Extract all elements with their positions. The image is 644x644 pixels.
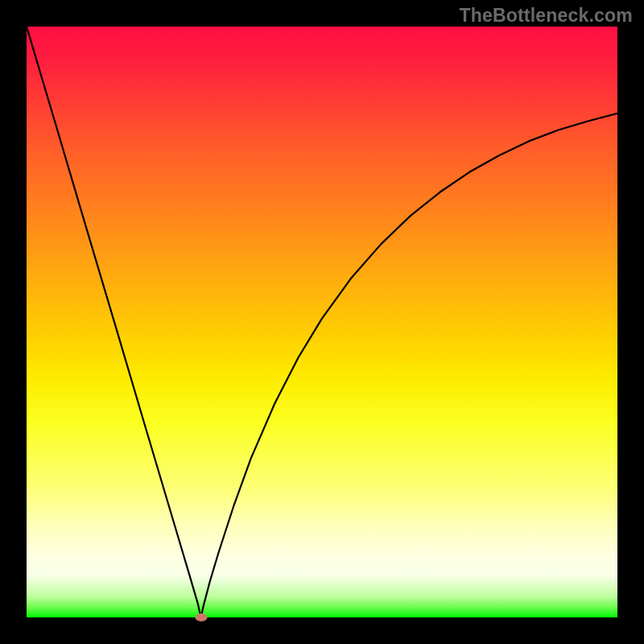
minimum-marker: [195, 613, 207, 621]
plot-background-gradient: [27, 27, 617, 617]
chart-frame: TheBottleneck.com: [0, 0, 644, 644]
watermark-text: TheBottleneck.com: [459, 5, 633, 27]
